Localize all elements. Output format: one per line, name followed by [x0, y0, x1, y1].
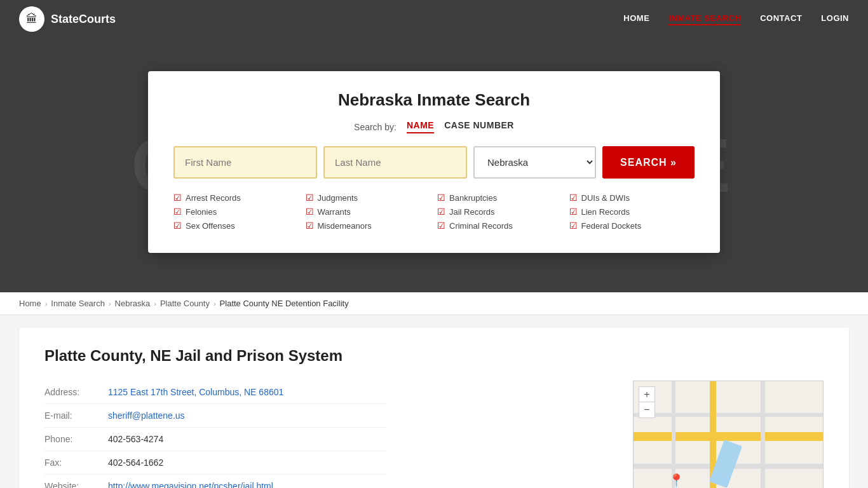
- email-link[interactable]: sheriff@plattene.us: [108, 410, 185, 421]
- checkbox-label: Jail Records: [449, 207, 495, 217]
- search-modal: Nebraska Inmate Search Search by: NAME C…: [148, 71, 720, 253]
- email-row: E-mail: sheriff@plattene.us: [44, 404, 386, 428]
- search-by-label: Search by:: [354, 122, 397, 132]
- site-header: 🏛 StateCourts HOME INMATE SEARCH CONTACT…: [0, 0, 868, 38]
- checkbox-icon: ☑: [437, 207, 445, 217]
- breadcrumb-inmate-search[interactable]: Inmate Search: [51, 299, 105, 308]
- checkbox-label: Bankruptcies: [449, 193, 497, 203]
- breadcrumb-sep-1: ›: [45, 300, 48, 308]
- checkbox-icon: ☑: [437, 220, 445, 231]
- checkbox-label: Federal Dockets: [581, 221, 642, 231]
- phone-row: Phone: 402-563-4274: [44, 428, 386, 451]
- map-road-1: [634, 432, 823, 441]
- info-table: Address: 1125 East 17th Street, Columbus…: [44, 381, 386, 488]
- tab-case-number[interactable]: CASE NUMBER: [444, 120, 514, 133]
- checkbox-item: ☑Arrest Records: [173, 193, 299, 203]
- fax-label: Fax:: [44, 451, 108, 475]
- tab-name[interactable]: NAME: [407, 120, 434, 133]
- checkbox-label: Judgments: [318, 193, 358, 203]
- map-zoom-in[interactable]: +: [639, 387, 654, 402]
- checkbox-item: ☑Jail Records: [437, 207, 563, 217]
- modal-title: Nebraska Inmate Search: [173, 90, 695, 110]
- breadcrumb-sep-3: ›: [154, 300, 156, 308]
- phone-value: 402-563-4274: [108, 428, 386, 451]
- breadcrumb-current: Platte County NE Detention Facility: [220, 299, 349, 308]
- checkboxes-grid: ☑Arrest Records☑Judgments☑Bankruptcies☑D…: [173, 193, 695, 231]
- checkbox-label: Sex Offenses: [186, 221, 235, 231]
- map-pin: 📍: [668, 473, 684, 488]
- checkbox-item: ☑Judgments: [306, 193, 431, 203]
- nav-home[interactable]: HOME: [623, 13, 649, 25]
- checkbox-icon: ☑: [173, 193, 182, 203]
- checkbox-item: ☑Lien Records: [569, 207, 695, 217]
- main-nav: HOME INMATE SEARCH CONTACT LOGIN: [623, 13, 849, 25]
- logo-text: StateCourts: [51, 13, 116, 26]
- breadcrumb: Home › Inmate Search › Nebraska › Platte…: [0, 292, 868, 315]
- hero-background: Nebraska Inmate Search Search by: NAME C…: [0, 38, 868, 292]
- checkbox-label: Misdemeanors: [318, 221, 372, 231]
- checkbox-icon: ☑: [569, 207, 578, 217]
- checkbox-label: DUIs & DWIs: [581, 193, 630, 203]
- info-section: Address: 1125 East 17th Street, Columbus…: [44, 381, 614, 488]
- checkbox-label: Warrants: [318, 207, 351, 217]
- map-container: + − 📍: [633, 381, 824, 488]
- checkbox-label: Criminal Records: [449, 221, 513, 231]
- checkbox-item: ☑Criminal Records: [437, 220, 563, 231]
- checkbox-item: ☑Federal Dockets: [569, 220, 695, 231]
- map-zoom-out[interactable]: −: [639, 402, 654, 417]
- address-label: Address:: [44, 381, 108, 404]
- website-label: Website:: [44, 475, 108, 489]
- checkbox-item: ☑DUIs & DWIs: [569, 193, 695, 203]
- checkbox-label: Felonies: [186, 207, 217, 217]
- checkbox-item: ☑Warrants: [306, 207, 431, 217]
- nav-contact[interactable]: CONTACT: [760, 13, 802, 25]
- logo-icon: 🏛: [19, 6, 44, 32]
- map-road-5: [761, 381, 765, 488]
- website-row: Website: http://www.megavision.net/pcshe…: [44, 475, 386, 489]
- checkbox-icon: ☑: [569, 220, 578, 231]
- website-value: http://www.megavision.net/pcsher/jail.ht…: [108, 475, 386, 489]
- checkbox-icon: ☑: [173, 220, 182, 231]
- map-road-6: [672, 381, 675, 488]
- first-name-input[interactable]: [173, 146, 317, 179]
- website-link[interactable]: http://www.megavision.net/pcsher/jail.ht…: [108, 481, 273, 488]
- checkbox-icon: ☑: [306, 193, 314, 203]
- main-content: Platte County, NE Jail and Prison System…: [0, 315, 868, 488]
- fax-row: Fax: 402-564-1662: [44, 451, 386, 475]
- address-value: 1125 East 17th Street, Columbus, NE 6860…: [108, 381, 386, 404]
- phone-label: Phone:: [44, 428, 108, 451]
- checkbox-icon: ☑: [569, 193, 578, 203]
- detail-row: Address: 1125 East 17th Street, Columbus…: [44, 381, 824, 488]
- map-visual: 📍: [634, 381, 823, 488]
- state-select[interactable]: Nebraska Alabama Alaska Arizona Californ…: [473, 146, 596, 179]
- breadcrumb-home[interactable]: Home: [19, 299, 41, 308]
- email-label: E-mail:: [44, 404, 108, 428]
- nav-login[interactable]: LOGIN: [821, 13, 849, 25]
- logo-link[interactable]: 🏛 StateCourts: [19, 6, 116, 32]
- last-name-input[interactable]: [323, 146, 467, 179]
- address-row: Address: 1125 East 17th Street, Columbus…: [44, 381, 386, 404]
- checkbox-item: ☑Bankruptcies: [437, 193, 563, 203]
- checkbox-icon: ☑: [306, 207, 314, 217]
- map-road-3: [634, 413, 823, 417]
- nav-inmate-search[interactable]: INMATE SEARCH: [668, 13, 741, 25]
- breadcrumb-platte-county[interactable]: Platte County: [160, 299, 210, 308]
- breadcrumb-nebraska[interactable]: Nebraska: [115, 299, 151, 308]
- search-input-row: Nebraska Alabama Alaska Arizona Californ…: [173, 146, 695, 179]
- email-value: sheriff@plattene.us: [108, 404, 386, 428]
- fax-value: 402-564-1662: [108, 451, 386, 475]
- checkbox-item: ☑Sex Offenses: [173, 220, 299, 231]
- address-link[interactable]: 1125 East 17th Street, Columbus, NE 6860…: [108, 387, 283, 397]
- checkbox-label: Arrest Records: [186, 193, 241, 203]
- checkbox-icon: ☑: [173, 207, 182, 217]
- breadcrumb-sep-2: ›: [109, 300, 111, 308]
- search-button[interactable]: SEARCH »: [602, 146, 695, 179]
- breadcrumb-sep-4: ›: [214, 300, 216, 308]
- checkbox-icon: ☑: [306, 220, 314, 231]
- checkbox-icon: ☑: [437, 193, 445, 203]
- facility-card: Platte County, NE Jail and Prison System…: [19, 328, 849, 488]
- checkbox-item: ☑Felonies: [173, 207, 299, 217]
- search-tabs-row: Search by: NAME CASE NUMBER: [173, 120, 695, 133]
- checkbox-item: ☑Misdemeanors: [306, 220, 431, 231]
- map-zoom-controls: + −: [639, 386, 655, 418]
